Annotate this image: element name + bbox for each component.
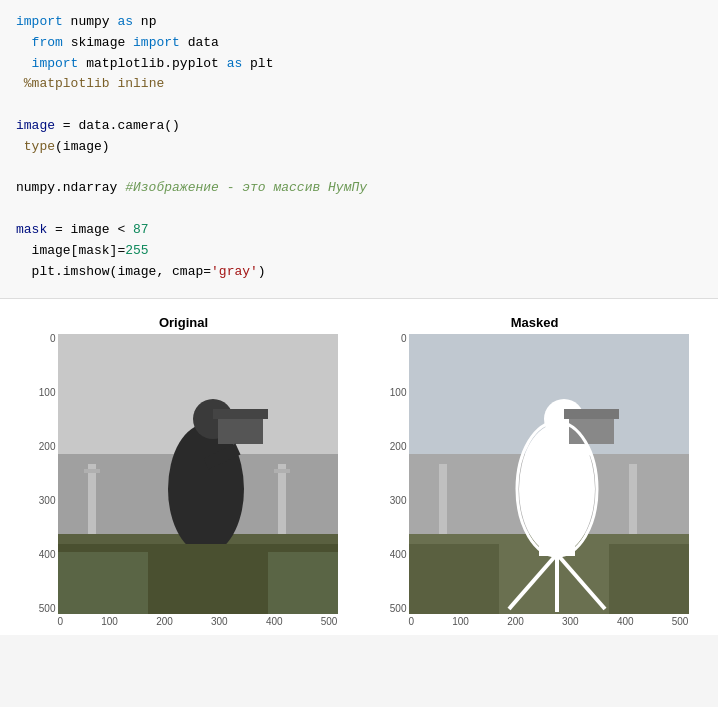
svg-rect-27 (564, 409, 619, 419)
original-chart-area: 0 100 200 300 400 500 (30, 334, 338, 614)
svg-rect-17 (58, 552, 148, 614)
svg-rect-18 (268, 552, 338, 614)
code-empty-1 (16, 95, 702, 116)
masked-y-axis: 0 100 200 300 400 500 (381, 334, 407, 614)
images-section: Original 0 100 200 300 400 500 (0, 299, 718, 635)
svg-rect-22 (439, 464, 447, 534)
code-line-6: type(image) (16, 137, 702, 158)
svg-rect-5 (278, 464, 286, 534)
code-line-4: %matplotlib inline (16, 74, 702, 95)
original-chart-container: Original 0 100 200 300 400 500 (8, 315, 359, 627)
masked-chart-container: Masked 0 100 200 300 400 500 (359, 315, 710, 627)
original-y-axis: 0 100 200 300 400 500 (30, 334, 56, 614)
code-line-2: from skimage import data (16, 33, 702, 54)
original-x-axis: 0 100 200 300 400 500 (58, 616, 338, 627)
masked-chart-area: 0 100 200 300 400 500 (381, 334, 689, 614)
code-line-7: numpy.ndarray #Изображение - это массив … (16, 178, 702, 199)
original-image (58, 334, 338, 614)
svg-rect-35 (609, 544, 689, 614)
svg-rect-34 (409, 544, 499, 614)
code-line-5: image = data.camera() (16, 116, 702, 137)
svg-rect-3 (88, 464, 96, 534)
code-line-3: import matplotlib.pyplot as plt (16, 54, 702, 75)
masked-title: Masked (511, 315, 559, 330)
svg-rect-4 (84, 469, 100, 473)
masked-svg (409, 334, 689, 614)
masked-image (409, 334, 689, 614)
code-line-8: mask = image < 87 (16, 220, 702, 241)
code-line-9: image[mask]=255 (16, 241, 702, 262)
svg-rect-6 (274, 469, 290, 473)
code-empty-2 (16, 158, 702, 179)
original-title: Original (159, 315, 208, 330)
code-line-1: import numpy as np (16, 12, 702, 33)
masked-x-axis: 0 100 200 300 400 500 (409, 616, 689, 627)
code-line-10: plt.imshow(image, cmap='gray') (16, 262, 702, 283)
original-svg (58, 334, 338, 614)
code-block: import numpy as np from skimage import d… (0, 0, 718, 299)
svg-rect-10 (213, 409, 268, 419)
svg-rect-23 (629, 464, 637, 534)
code-empty-3 (16, 199, 702, 220)
